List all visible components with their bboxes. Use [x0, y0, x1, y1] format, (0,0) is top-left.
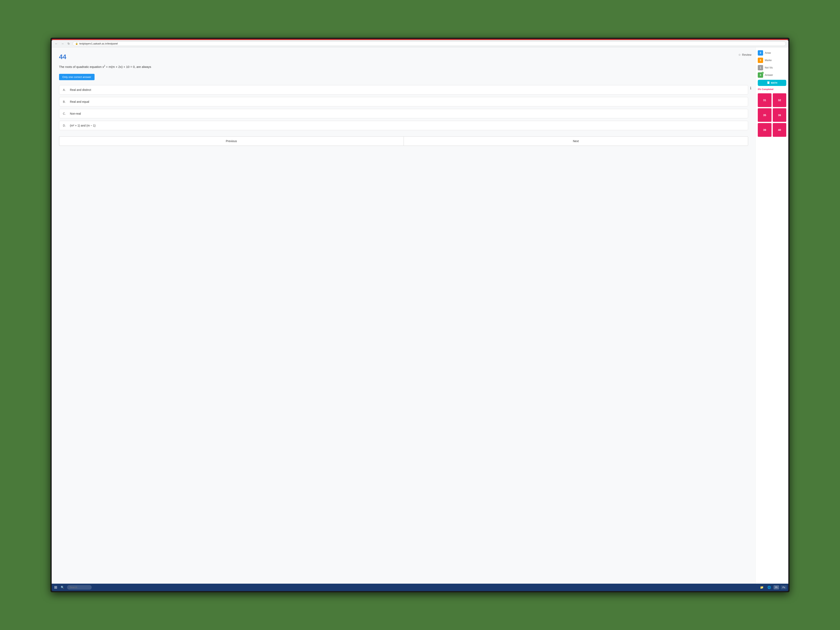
option-d-label: D. [63, 124, 67, 127]
option-a-label: A. [63, 88, 67, 92]
taskbar-search-input[interactable] [67, 585, 92, 590]
question-grid: 313235363940 [758, 93, 786, 137]
taskbar: ⊞ 🔍 📁 🌐 Pr Ps [52, 584, 788, 591]
subject-face-icon: 🖩 [767, 81, 770, 85]
option-b-text: Real and equal [70, 100, 89, 103]
marked-badge: 0 [758, 58, 763, 63]
premiere-app[interactable]: Pr [774, 585, 779, 589]
review-button[interactable]: ☆ Review [738, 53, 752, 57]
not-visited-badge: 1 [758, 65, 763, 70]
navigation-buttons: Previous Next [59, 136, 748, 146]
option-b-label: B. [63, 100, 67, 103]
question-grid-btn-40[interactable]: 40 [773, 123, 786, 137]
main-content: 44 ☆ Review The roots of quadratic equat… [52, 47, 756, 583]
question-grid-btn-39[interactable]: 39 [758, 123, 772, 137]
answered-badge: 0 [758, 50, 763, 55]
question-grid-btn-35[interactable]: 35 [758, 108, 772, 122]
reload-button[interactable]: ↻ [66, 41, 71, 46]
question-grid-btn-32[interactable]: 32 [773, 93, 786, 107]
option-c-text: Non-real [70, 112, 81, 115]
not-visited-status-row: 1 Not Vis [758, 65, 786, 70]
windows-start-button[interactable]: ⊞ [53, 584, 58, 591]
review-label: Review [742, 53, 752, 57]
option-b[interactable]: B. Real and equal [59, 97, 748, 106]
question-suffix: + m(m + 2x) + 10 = 0, are always [105, 65, 151, 68]
question-prefix: The roots of quadratic equation x [59, 65, 104, 68]
answered-label: Answ [765, 52, 771, 54]
star-icon: ☆ [738, 53, 741, 57]
url-text: testplayerv1.aakash.ac.in/testpanel [79, 42, 118, 45]
option-c-label: C. [63, 112, 67, 115]
question-grid-btn-31[interactable]: 31 [758, 93, 772, 107]
not-visited-label: Not Vis [765, 66, 772, 69]
question-grid-btn-36[interactable]: 36 [773, 108, 786, 122]
progress-text: 0% Completed [758, 88, 786, 90]
option-a[interactable]: A. Real and distinct [59, 85, 748, 95]
option-c[interactable]: C. Non-real [59, 109, 748, 118]
file-explorer-icon[interactable]: 📁 [759, 584, 764, 590]
previous-button[interactable]: Previous [59, 136, 404, 146]
answered-marked-label: Answer [765, 74, 773, 76]
forward-button[interactable]: → [60, 41, 65, 46]
marked-status-row: 0 Marke [758, 58, 786, 63]
sidebar: 0 Answ 0 Marke 1 Not Vis 0 Answer 🖩 MATH… [756, 47, 788, 583]
address-bar[interactable]: 🔒 testplayerv1.aakash.ac.in/testpanel [73, 41, 786, 46]
answered-marked-badge: 0 [758, 73, 763, 78]
option-d-text: (m² + 1) and (m − 1) [70, 124, 96, 127]
back-button[interactable]: ← [54, 41, 58, 46]
answer-type-button[interactable]: Only one correct answer [59, 74, 95, 80]
photoshop-app[interactable]: Ps [781, 585, 787, 589]
next-button[interactable]: Next [404, 136, 748, 146]
search-taskbar-icon[interactable]: 🔍 [60, 584, 65, 590]
option-d[interactable]: D. (m² + 1) and (m − 1) [59, 121, 748, 130]
answered-status-row: 0 Answ [758, 50, 786, 55]
chrome-icon[interactable]: 🌐 [766, 584, 772, 590]
lock-icon: 🔒 [75, 42, 78, 45]
question-text: The roots of quadratic equation x2 + m(m… [59, 65, 748, 69]
browser-content: 44 ☆ Review The roots of quadratic equat… [52, 47, 788, 583]
marked-label: Marke [765, 59, 772, 62]
option-a-text: Real and distinct [70, 88, 91, 92]
question-number: 44 [59, 53, 748, 61]
subject-label: MATH [771, 82, 777, 84]
options-container: A. Real and distinct B. Real and equal C… [59, 85, 748, 130]
subject-icon: 🖩 MATH [758, 80, 786, 86]
browser-toolbar: ← → ↻ 🔒 testplayerv1.aakash.ac.in/testpa… [52, 40, 788, 47]
info-icon[interactable]: ℹ [750, 86, 752, 90]
answered-marked-status-row: 0 Answer [758, 73, 786, 78]
